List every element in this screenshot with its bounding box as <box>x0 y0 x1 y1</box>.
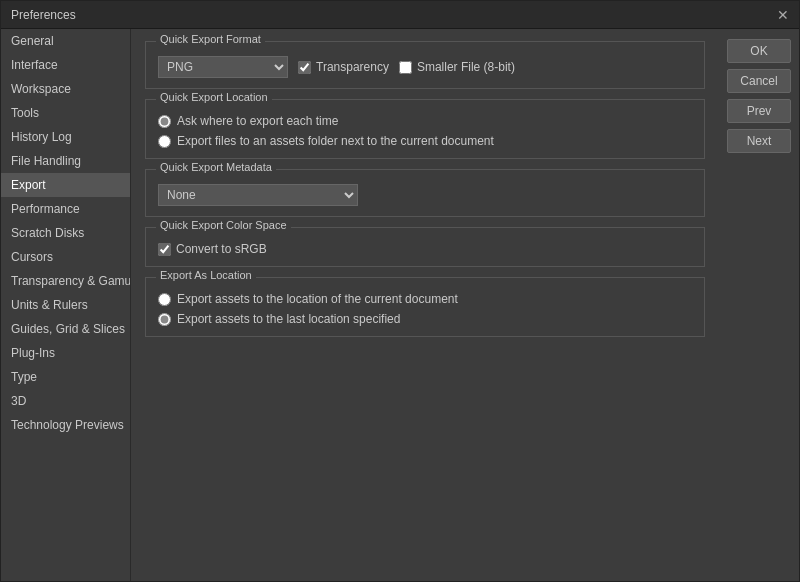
sidebar-item-technology-previews[interactable]: Technology Previews <box>1 413 130 437</box>
transparency-checkbox-label[interactable]: Transparency <box>298 60 389 74</box>
main-content: Quick Export Format PNG JPEG GIF SVG Tra… <box>131 29 719 581</box>
location-radio2-text: Export files to an assets folder next to… <box>177 134 494 148</box>
quick-export-format-section: Quick Export Format PNG JPEG GIF SVG Tra… <box>145 41 705 89</box>
dialog-body: General Interface Workspace Tools Histor… <box>1 29 799 581</box>
sidebar: General Interface Workspace Tools Histor… <box>1 29 131 581</box>
sidebar-item-3d[interactable]: 3D <box>1 389 130 413</box>
next-button[interactable]: Next <box>727 129 791 153</box>
sidebar-item-interface[interactable]: Interface <box>1 53 130 77</box>
sidebar-item-tools[interactable]: Tools <box>1 101 130 125</box>
quick-export-color-space-title: Quick Export Color Space <box>156 219 291 231</box>
transparency-label: Transparency <box>316 60 389 74</box>
quick-export-metadata-section: Quick Export Metadata None Copyright Onl… <box>145 169 705 217</box>
export-as-location-title: Export As Location <box>156 269 256 281</box>
buttons-panel: OK Cancel Prev Next <box>719 29 799 581</box>
prev-button[interactable]: Prev <box>727 99 791 123</box>
smaller-file-checkbox-label[interactable]: Smaller File (8-bit) <box>399 60 515 74</box>
export-as-radio2-text: Export assets to the last location speci… <box>177 312 400 326</box>
metadata-select[interactable]: None Copyright Only All <box>158 184 358 206</box>
title-bar: Preferences ✕ <box>1 1 799 29</box>
dialog-title: Preferences <box>11 8 76 22</box>
convert-srgb-label: Convert to sRGB <box>176 242 267 256</box>
sidebar-item-general[interactable]: General <box>1 29 130 53</box>
preferences-dialog: Preferences ✕ General Interface Workspac… <box>0 0 800 582</box>
cancel-button[interactable]: Cancel <box>727 69 791 93</box>
location-radio1-text: Ask where to export each time <box>177 114 338 128</box>
quick-export-format-title: Quick Export Format <box>156 33 265 45</box>
sidebar-item-guides-grid-slices[interactable]: Guides, Grid & Slices <box>1 317 130 341</box>
sidebar-item-file-handling[interactable]: File Handling <box>1 149 130 173</box>
sidebar-item-export[interactable]: Export <box>1 173 130 197</box>
location-radio1[interactable] <box>158 115 171 128</box>
sidebar-item-plug-ins[interactable]: Plug-Ins <box>1 341 130 365</box>
export-as-radio1-text: Export assets to the location of the cur… <box>177 292 458 306</box>
export-as-radio2-label[interactable]: Export assets to the last location speci… <box>158 312 692 326</box>
location-radio2-label[interactable]: Export files to an assets folder next to… <box>158 134 692 148</box>
close-button[interactable]: ✕ <box>777 8 789 22</box>
sidebar-item-history-log[interactable]: History Log <box>1 125 130 149</box>
smaller-file-checkbox[interactable] <box>399 61 412 74</box>
convert-srgb-checkbox-label[interactable]: Convert to sRGB <box>158 242 692 256</box>
quick-export-color-space-section: Quick Export Color Space Convert to sRGB <box>145 227 705 267</box>
location-radio2[interactable] <box>158 135 171 148</box>
export-as-radio1-label[interactable]: Export assets to the location of the cur… <box>158 292 692 306</box>
quick-export-location-title: Quick Export Location <box>156 91 272 103</box>
export-as-radio2[interactable] <box>158 313 171 326</box>
sidebar-item-type[interactable]: Type <box>1 365 130 389</box>
format-select[interactable]: PNG JPEG GIF SVG <box>158 56 288 78</box>
export-as-radio1[interactable] <box>158 293 171 306</box>
convert-srgb-checkbox[interactable] <box>158 243 171 256</box>
ok-button[interactable]: OK <box>727 39 791 63</box>
sidebar-item-transparency-gamut[interactable]: Transparency & Gamut <box>1 269 130 293</box>
export-as-location-section: Export As Location Export assets to the … <box>145 277 705 337</box>
sidebar-item-performance[interactable]: Performance <box>1 197 130 221</box>
quick-export-metadata-title: Quick Export Metadata <box>156 161 276 173</box>
transparency-checkbox[interactable] <box>298 61 311 74</box>
sidebar-item-cursors[interactable]: Cursors <box>1 245 130 269</box>
smaller-file-label: Smaller File (8-bit) <box>417 60 515 74</box>
location-radio1-label[interactable]: Ask where to export each time <box>158 114 692 128</box>
sidebar-item-workspace[interactable]: Workspace <box>1 77 130 101</box>
quick-export-location-section: Quick Export Location Ask where to expor… <box>145 99 705 159</box>
sidebar-item-scratch-disks[interactable]: Scratch Disks <box>1 221 130 245</box>
sidebar-item-units-rulers[interactable]: Units & Rulers <box>1 293 130 317</box>
